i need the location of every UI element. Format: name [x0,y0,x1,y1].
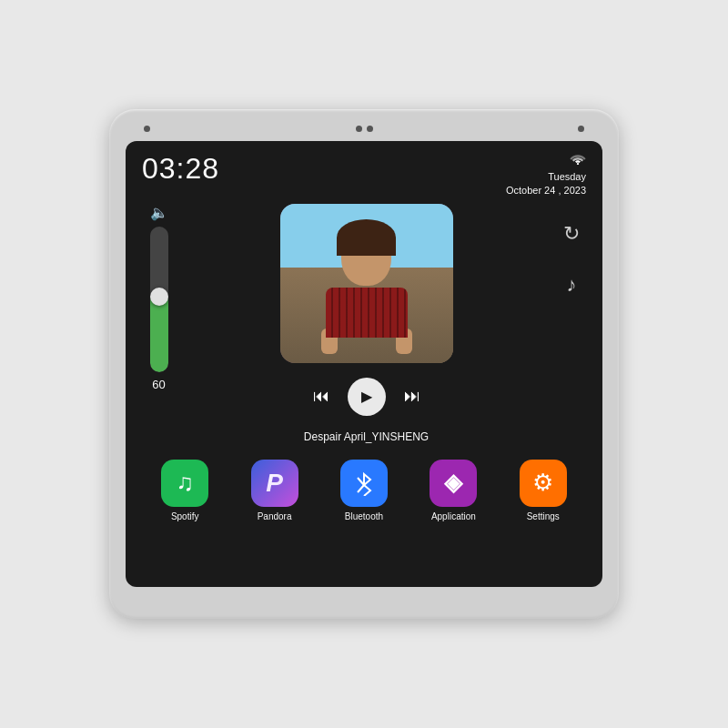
person-shirt [326,288,408,338]
main-content: 🔈 60 [126,204,602,443]
volume-value: 60 [152,378,165,391]
album-art-figure [280,204,453,363]
date-display: Tuesday October 24 , 2023 [506,170,586,198]
pandora-icon: P [251,460,298,507]
center-sensor-1 [356,126,362,132]
application-label: Application [431,511,476,521]
device-top-bar [126,126,602,141]
settings-icon: ⚙ [520,460,567,507]
album-art[interactable] [280,204,453,363]
app-spotify[interactable]: ♫ Spotify [161,460,208,521]
person-body [317,227,417,336]
volume-icon: 🔈 [150,204,168,221]
wifi-icon [570,152,586,168]
bluetooth-label: Bluetooth [345,511,383,521]
settings-label: Settings [527,511,560,521]
repeat-icon[interactable]: ↻ [563,222,580,246]
pandora-label: Pandora [258,511,292,521]
status-right: Tuesday October 24 , 2023 [506,152,586,198]
bluetooth-icon [340,460,388,507]
player-section: ⏮ ▶ ⏭ Despair April_YINSHENG [190,204,542,443]
spotify-icon: ♫ [161,460,208,507]
pandora-symbol: P [266,469,283,498]
next-button[interactable]: ⏭ [404,387,420,406]
right-sensor [578,126,584,132]
app-dock: ♫ Spotify P Pandora [126,449,602,531]
app-application[interactable]: ◈ Application [430,460,477,521]
status-bar: 03:28 Tuesday October 24 , 2023 [126,141,602,204]
spotify-label: Spotify [171,511,199,521]
device-frame: 03:28 Tuesday October 24 , 2023 [109,109,619,619]
prev-button[interactable]: ⏮ [313,387,329,406]
right-icons: ↻ ♪ [553,204,590,297]
app-bluetooth[interactable]: Bluetooth [340,460,388,521]
app-pandora[interactable]: P Pandora [251,460,298,521]
song-title: Despair April_YINSHENG [304,430,429,443]
volume-thumb[interactable] [150,288,168,306]
shirt-pattern [326,288,408,338]
app-settings[interactable]: ⚙ Settings [520,460,567,521]
center-sensors [356,126,373,132]
svg-point-0 [577,163,579,165]
person-hair [337,219,396,256]
music-note-icon[interactable]: ♪ [567,273,577,297]
center-sensor-2 [367,126,373,132]
volume-section: 🔈 60 [138,204,179,391]
player-controls: ⏮ ▶ ⏭ [280,370,453,423]
time-display: 03:28 [142,152,219,186]
person-head [341,227,391,286]
play-button[interactable]: ▶ [348,378,386,416]
left-sensor [144,126,150,132]
screen: 03:28 Tuesday October 24 , 2023 [126,141,602,587]
application-icon: ◈ [430,460,477,507]
volume-slider[interactable] [150,227,168,372]
